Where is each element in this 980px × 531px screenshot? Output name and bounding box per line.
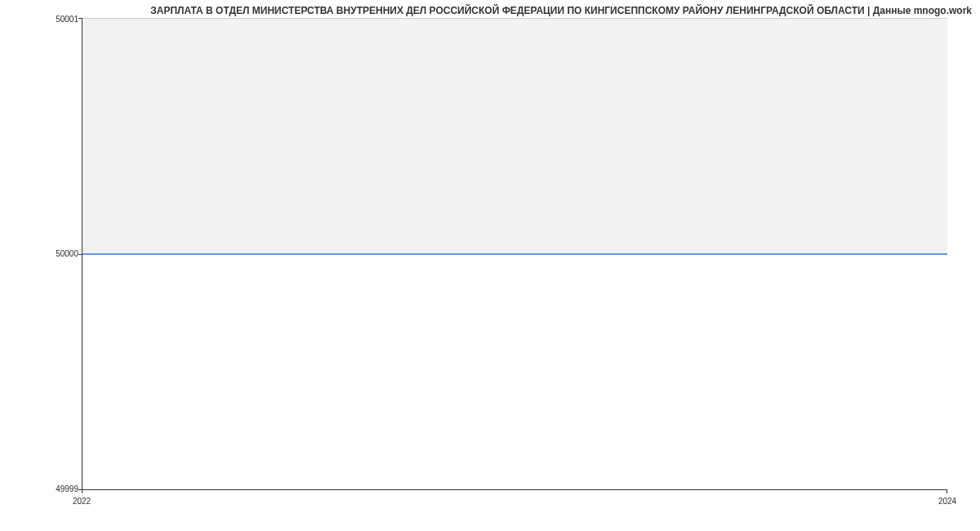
plot-area	[82, 18, 947, 490]
x-tick-mark	[82, 490, 82, 493]
y-tick-label: 49999	[38, 485, 78, 493]
x-tick-label: 2024	[923, 497, 972, 506]
grid-line	[82, 18, 947, 19]
data-line-salary	[82, 253, 947, 255]
x-tick-mark	[947, 490, 947, 493]
grid-band	[82, 18, 947, 254]
y-tick-label: 50000	[38, 250, 78, 258]
chart-title: ЗАРПЛАТА В ОТДЕЛ МИНИСТЕРСТВА ВНУТРЕННИХ…	[0, 5, 972, 16]
x-tick-label: 2022	[57, 497, 106, 506]
y-tick-label: 50001	[38, 16, 78, 24]
